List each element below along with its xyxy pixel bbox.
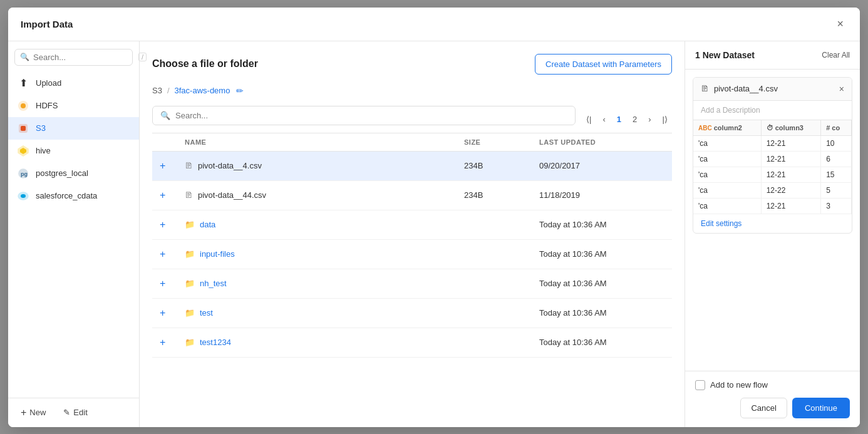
folder-icon: 📁 [185,308,195,318]
table-row[interactable]: + 📁 input-files Today at 10:36 AM [152,240,672,269]
upload-icon: ⬆ [17,77,29,90]
folder-updated-cell: Today at 10:36 AM [539,338,664,347]
footer-actions: Cancel Continue [695,398,850,418]
panel-footer: Add to new flow Cancel Continue [685,371,860,427]
add-file-button[interactable]: + [160,190,165,201]
file-updated-cell: 11/18/2019 [539,190,664,200]
sidebar-footer: + New ✎ Edit [8,398,139,427]
svg-text:pg: pg [21,171,28,177]
first-page-button[interactable]: ⟨| [582,112,596,127]
page-1-button[interactable]: 1 [612,112,626,127]
sidebar-item-hdfs[interactable]: HDFS [8,95,139,117]
col-type-datetime-icon: ⏱ [767,124,773,132]
table-row[interactable]: + 📁 nh_test Today at 10:36 AM [152,269,672,299]
panel-header: 1 New Dataset Clear All [685,41,860,70]
modal-body: 🔍 / ⬆ Upload HDFS [8,41,860,427]
modal-header: Import Data × [8,8,860,41]
folder-name-cell: 📁 nh_test [185,279,464,288]
sidebar-search-input[interactable] [33,53,138,62]
file-icon: 🖹 [185,190,193,200]
folder-icon: 📁 [185,279,195,288]
breadcrumb-edit-icon[interactable]: ✏ [235,85,245,97]
preview-row: 'ca 12-22 5 [693,182,852,198]
hive-icon [17,145,29,157]
breadcrumb: S3 / 3fac-aws-demo ✏ [152,85,672,97]
col-header-size: SIZE [464,138,539,146]
file-size-cell: 234B [464,161,539,170]
next-page-button[interactable]: › [644,112,655,127]
breadcrumb-current[interactable]: 3fac-aws-demo [175,86,230,95]
sidebar-item-hive[interactable]: hive [8,140,139,162]
table-header: NAME SIZE LAST UPDATED [152,133,672,152]
col-header-co: # co [821,120,852,136]
main-content: Choose a file or folder Create Dataset w… [140,41,685,427]
preview-table: ABC column2 ⏱ column3 # [693,120,852,214]
folder-name-cell: 📁 test [185,308,464,318]
edit-icon: ✎ [63,408,70,417]
breadcrumb-separator: / [167,86,170,95]
sidebar-item-postgres-label: postgres_local [36,168,88,178]
file-name-cell: 🖹 pivot-data__44.csv [185,190,464,200]
svg-rect-3 [21,126,26,131]
add-folder-button[interactable]: + [160,337,165,348]
col-type-abc-icon: ABC [698,125,712,132]
pagination: ⟨| ‹ 1 2 › |⟩ [582,112,672,127]
dataset-item: 🖹 pivot-data__4.csv × Add a Description … [693,77,852,234]
add-to-flow-checkbox[interactable] [695,380,705,390]
table-row[interactable]: + 📁 data Today at 10:36 AM [152,210,672,240]
folder-name-cell: 📁 input-files [185,249,464,259]
import-data-modal: Import Data × 🔍 / ⬆ Upload [8,8,860,427]
s3-icon [17,122,29,135]
modal-overlay: Import Data × 🔍 / ⬆ Upload [0,0,868,434]
dataset-file-icon: 🖹 [701,84,709,93]
add-to-flow-row: Add to new flow [695,380,850,390]
close-button[interactable]: × [833,16,847,32]
add-folder-button[interactable]: + [160,278,165,289]
clear-all-button[interactable]: Clear All [822,51,850,59]
folder-name-cell: 📁 test1234 [185,338,464,347]
svg-point-1 [21,103,26,108]
table-row[interactable]: + 🖹 pivot-data__44.csv 234B 11/18/2019 [152,181,672,210]
preview-row: 'ca 12-21 15 [693,167,852,182]
right-panel: 1 New Dataset Clear All 🖹 pivot-data__4.… [685,41,860,427]
add-folder-button[interactable]: + [160,219,165,230]
col-header-name: NAME [185,138,464,146]
dataset-close-button[interactable]: × [839,84,844,94]
dataset-description[interactable]: Add a Description [693,101,852,120]
cancel-button[interactable]: Cancel [740,398,787,418]
table-row[interactable]: + 🖹 pivot-data__4.csv 234B 09/20/2017 [152,152,672,181]
add-folder-button[interactable]: + [160,249,165,260]
sidebar-item-hdfs-label: HDFS [36,101,58,110]
sidebar-item-hive-label: hive [36,146,51,155]
continue-button[interactable]: Continue [792,398,850,418]
new-label: New [29,408,46,417]
salesforce-icon [17,190,29,202]
create-dataset-button[interactable]: Create Dataset with Parameters [535,54,672,75]
file-search-icon: 🔍 [160,111,170,120]
add-file-button[interactable]: + [160,160,165,172]
file-name-cell: 🖹 pivot-data__4.csv [185,161,464,170]
file-search-input[interactable] [175,111,567,120]
sidebar-item-s3[interactable]: S3 [8,117,139,140]
new-button[interactable]: + New [17,405,49,421]
prev-page-button[interactable]: ‹ [598,112,609,127]
search-icon: 🔍 [20,53,29,61]
file-updated-cell: 09/20/2017 [539,161,664,170]
last-page-button[interactable]: |⟩ [658,112,672,127]
folder-updated-cell: Today at 10:36 AM [539,249,664,259]
add-folder-button[interactable]: + [160,307,165,319]
edit-button[interactable]: ✎ Edit [59,405,91,420]
table-row[interactable]: + 📁 test1234 Today at 10:36 AM [152,328,672,358]
preview-row: 'ca 12-21 3 [693,198,852,214]
sidebar-item-salesforce[interactable]: salesforce_cdata [8,185,139,207]
sidebar-item-upload[interactable]: ⬆ Upload [8,72,139,95]
edit-settings-link[interactable]: Edit settings [693,214,852,233]
table-row[interactable]: + 📁 test Today at 10:36 AM [152,299,672,328]
sidebar-item-postgres[interactable]: pg postgres_local [8,162,139,185]
col-header-updated: LAST UPDATED [539,138,664,146]
add-to-flow-label: Add to new flow [710,380,768,390]
main-title: Choose a file or folder [152,58,258,70]
folder-icon: 📁 [185,249,195,259]
folder-updated-cell: Today at 10:36 AM [539,220,664,229]
page-2-button[interactable]: 2 [628,112,641,127]
